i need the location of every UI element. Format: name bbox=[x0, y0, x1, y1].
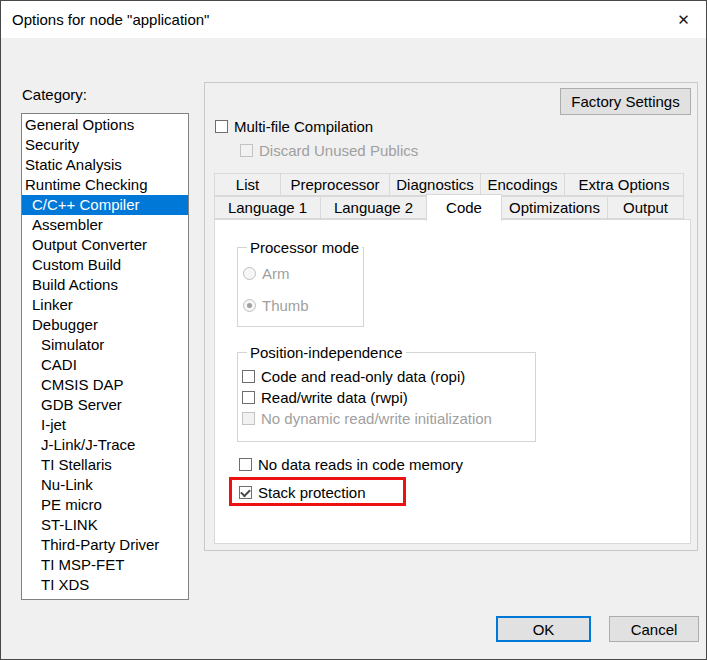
category-item[interactable]: Nu-Link bbox=[22, 475, 188, 495]
code-tab-page: Processor mode Arm Thumb Position-indepe… bbox=[214, 219, 691, 544]
no-data-reads-row: No data reads in code memory bbox=[239, 456, 463, 472]
options-dialog: Options for node "application" ✕ Categor… bbox=[0, 0, 707, 660]
tab-code-active[interactable]: Code bbox=[426, 194, 502, 221]
category-item[interactable]: TI MSP-FET bbox=[22, 555, 188, 575]
tab-row-1: List Preprocessor Diagnostics Encodings … bbox=[214, 173, 688, 196]
rwpi-label: Read/write data (rwpi) bbox=[261, 389, 408, 406]
category-item-selected[interactable]: C/C++ Compiler bbox=[22, 195, 188, 215]
category-item[interactable]: Custom Build bbox=[22, 255, 188, 275]
tab-list[interactable]: List bbox=[214, 173, 281, 196]
category-item[interactable]: J-Link/J-Trace bbox=[22, 435, 188, 455]
ropi-label: Code and read-only data (ropi) bbox=[261, 368, 465, 385]
no-data-reads-checkbox[interactable] bbox=[239, 458, 252, 471]
no-dynamic-rw-label: No dynamic read/write initialization bbox=[261, 410, 492, 427]
processor-mode-title: Processor mode bbox=[247, 239, 362, 256]
category-item[interactable]: Output Converter bbox=[22, 235, 188, 255]
category-item[interactable]: TI XDS bbox=[22, 575, 188, 595]
category-item[interactable]: Third-Party Driver bbox=[22, 535, 188, 555]
tab-row-2: Language 1 Language 2 Code Optimizations… bbox=[214, 196, 688, 219]
factory-settings-button[interactable]: Factory Settings bbox=[560, 88, 691, 115]
multi-file-compilation-checkbox[interactable] bbox=[215, 120, 228, 133]
tab-language-2[interactable]: Language 2 bbox=[320, 196, 427, 219]
ropi-row: Code and read-only data (ropi) bbox=[242, 367, 535, 385]
tab-language-1[interactable]: Language 1 bbox=[214, 196, 321, 219]
window-title: Options for node "application" bbox=[1, 11, 661, 28]
close-button[interactable]: ✕ bbox=[661, 1, 706, 38]
stack-protection-label: Stack protection bbox=[258, 484, 366, 501]
no-data-reads-label: No data reads in code memory bbox=[258, 456, 463, 473]
category-item[interactable]: General Options bbox=[22, 115, 188, 135]
category-item[interactable]: Static Analysis bbox=[22, 155, 188, 175]
category-item[interactable]: CADI bbox=[22, 355, 188, 375]
category-item[interactable]: Security bbox=[22, 135, 188, 155]
category-label: Category: bbox=[22, 86, 87, 103]
tab-optimizations[interactable]: Optimizations bbox=[501, 196, 608, 219]
discard-unused-publics-label: Discard Unused Publics bbox=[259, 142, 418, 159]
thumb-radio-row: Thumb bbox=[243, 294, 363, 316]
thumb-radio-label: Thumb bbox=[262, 297, 309, 314]
arm-radio bbox=[243, 267, 256, 280]
tab-encodings[interactable]: Encodings bbox=[480, 173, 565, 196]
category-item[interactable]: I-jet bbox=[22, 415, 188, 435]
no-dynamic-rw-checkbox bbox=[242, 412, 255, 425]
category-listbox[interactable]: General Options Security Static Analysis… bbox=[21, 113, 189, 600]
no-dynamic-rw-row: No dynamic read/write initialization bbox=[242, 409, 535, 427]
category-item[interactable]: Linker bbox=[22, 295, 188, 315]
category-item[interactable]: Build Actions bbox=[22, 275, 188, 295]
category-item[interactable]: Runtime Checking bbox=[22, 175, 188, 195]
rwpi-checkbox[interactable] bbox=[242, 391, 255, 404]
compiler-options-frame: Factory Settings Multi-file Compilation … bbox=[204, 82, 698, 551]
tab-diagnostics[interactable]: Diagnostics bbox=[389, 173, 481, 196]
category-item[interactable]: GDB Server bbox=[22, 395, 188, 415]
stack-protection-row: Stack protection bbox=[239, 484, 366, 500]
position-independence-title: Position-independence bbox=[247, 344, 406, 361]
cancel-button[interactable]: Cancel bbox=[609, 616, 699, 642]
discard-unused-publics-row: Discard Unused Publics bbox=[240, 142, 418, 159]
arm-radio-label: Arm bbox=[262, 265, 290, 282]
stack-protection-checkbox[interactable] bbox=[239, 486, 252, 499]
tab-output[interactable]: Output bbox=[607, 196, 684, 219]
category-item[interactable]: Simulator bbox=[22, 335, 188, 355]
tab-extra-options[interactable]: Extra Options bbox=[564, 173, 684, 196]
ok-button[interactable]: OK bbox=[496, 616, 591, 642]
thumb-radio bbox=[243, 299, 256, 312]
title-bar: Options for node "application" ✕ bbox=[1, 1, 706, 38]
category-item[interactable]: Debugger bbox=[22, 315, 188, 335]
dialog-body: Category: General Options Security Stati… bbox=[1, 38, 706, 660]
close-icon: ✕ bbox=[677, 11, 690, 29]
discard-unused-publics-checkbox bbox=[240, 144, 253, 157]
processor-mode-group: Processor mode Arm Thumb bbox=[237, 247, 364, 327]
category-item[interactable]: Assembler bbox=[22, 215, 188, 235]
ropi-checkbox[interactable] bbox=[242, 370, 255, 383]
tab-preprocessor[interactable]: Preprocessor bbox=[280, 173, 390, 196]
multi-file-compilation-row: Multi-file Compilation bbox=[215, 118, 373, 135]
category-item[interactable]: TI Stellaris bbox=[22, 455, 188, 475]
arm-radio-row: Arm bbox=[243, 262, 363, 284]
category-item[interactable]: CMSIS DAP bbox=[22, 375, 188, 395]
category-item[interactable]: PE micro bbox=[22, 495, 188, 515]
multi-file-compilation-label: Multi-file Compilation bbox=[234, 118, 373, 135]
position-independence-group: Position-independence Code and read-only… bbox=[237, 352, 536, 442]
category-item[interactable]: ST-LINK bbox=[22, 515, 188, 535]
rwpi-row: Read/write data (rwpi) bbox=[242, 388, 535, 406]
